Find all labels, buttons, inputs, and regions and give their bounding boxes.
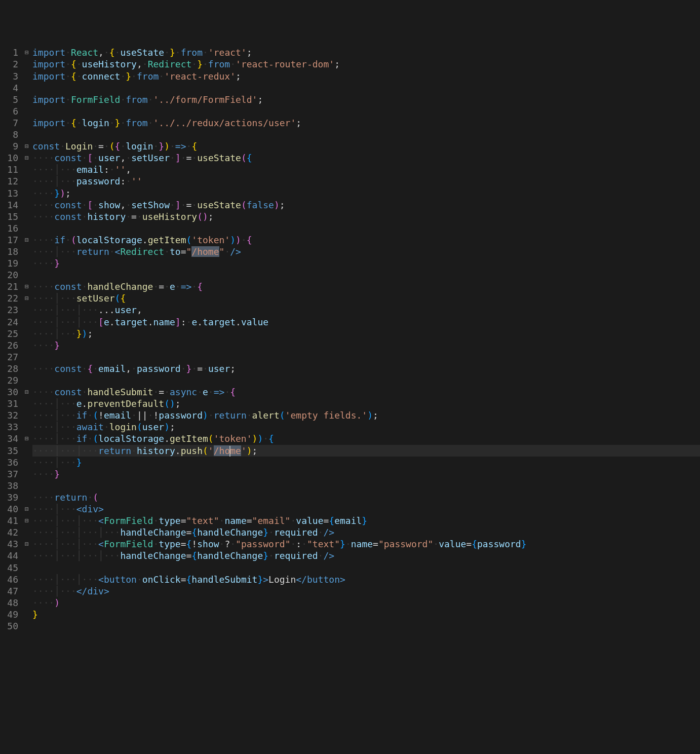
line-number[interactable]: 31 [0, 398, 21, 409]
code-line[interactable] [32, 562, 700, 574]
line-number[interactable]: 21 [0, 281, 21, 292]
line-number[interactable]: 6 [0, 105, 21, 117]
line-number[interactable]: 35 [0, 445, 21, 457]
fold-gutter[interactable]: ⊟⊟⊟⊟⊟⊟⊟⊟⊟⊟⊟ [21, 47, 32, 754]
code-line[interactable]: ····return·( [32, 492, 700, 503]
code-line[interactable] [32, 480, 700, 492]
code-line[interactable]: ····│···│···return·history.push('/home')… [32, 445, 700, 457]
code-line[interactable]: ····│···password:·'' [32, 175, 700, 187]
line-number[interactable]: 18 [0, 246, 21, 257]
code-line[interactable]: ····│···│···│···handleChange={handleChan… [32, 550, 700, 561]
line-number[interactable]: 19 [0, 257, 21, 269]
code-line[interactable]: ····}); [32, 187, 700, 199]
code-line[interactable]: ····const·history·=·useHistory(); [32, 211, 700, 222]
line-number[interactable]: 24 [0, 316, 21, 328]
line-number[interactable]: 8 [0, 129, 21, 140]
line-number[interactable]: 2 [0, 58, 21, 70]
code-line[interactable] [32, 269, 700, 281]
fold-toggle-icon[interactable]: ⊟ [21, 515, 32, 526]
code-line[interactable]: ····const·handleChange·=·e·=>·{ [32, 281, 700, 292]
line-number[interactable]: 36 [0, 457, 21, 468]
code-line[interactable]: } [32, 609, 700, 620]
line-number[interactable]: 38 [0, 480, 21, 492]
line-number[interactable]: 30 [0, 386, 21, 398]
code-line[interactable] [32, 129, 700, 140]
code-line[interactable]: ····│···if·(!email·||·!password)·return·… [32, 409, 700, 421]
line-number[interactable]: 45 [0, 562, 21, 574]
fold-toggle-icon[interactable]: ⊟ [21, 433, 32, 444]
code-line[interactable]: ····} [32, 257, 700, 269]
line-number[interactable]: 10 [0, 152, 21, 164]
line-number[interactable]: 13 [0, 187, 21, 199]
code-line[interactable]: ····│···setUser({ [32, 292, 700, 304]
code-line[interactable]: import·{·login·}·from·'../../redux/actio… [32, 117, 700, 129]
code-area[interactable]: import·React,·{·useState·}·from·'react';… [32, 47, 700, 754]
line-number[interactable]: 50 [0, 620, 21, 632]
code-line[interactable]: import·FormField·from·'../form/FormField… [32, 94, 700, 105]
code-line[interactable] [32, 82, 700, 94]
fold-toggle-icon[interactable]: ⊟ [21, 503, 32, 515]
line-number[interactable]: 4 [0, 82, 21, 94]
code-line[interactable] [32, 222, 700, 234]
code-line[interactable]: ····│···│···<button·onClick={handleSubmi… [32, 574, 700, 585]
line-number[interactable]: 32 [0, 409, 21, 421]
line-number[interactable]: 29 [0, 374, 21, 386]
code-line[interactable]: ····const·[·show,·setShow·]·=·useState(f… [32, 199, 700, 211]
code-line[interactable] [32, 351, 700, 363]
line-number[interactable]: 34 [0, 433, 21, 444]
code-line[interactable]: ····│···│···<FormField·type="text"·name=… [32, 515, 700, 526]
line-number[interactable]: 46 [0, 574, 21, 585]
fold-toggle-icon[interactable]: ⊟ [21, 140, 32, 152]
line-number[interactable]: 7 [0, 117, 21, 129]
line-number[interactable]: 9 [0, 140, 21, 152]
code-line[interactable]: ····) [32, 597, 700, 609]
line-number[interactable]: 25 [0, 328, 21, 340]
code-line[interactable]: ····│···if·(localStorage.getItem('token'… [32, 433, 700, 444]
line-number[interactable]: 12 [0, 175, 21, 187]
fold-toggle-icon[interactable]: ⊟ [21, 538, 32, 550]
code-line[interactable]: ····│···│···...user, [32, 304, 700, 316]
code-line[interactable]: ····│···</div> [32, 585, 700, 597]
line-number[interactable]: 3 [0, 70, 21, 82]
line-number-gutter[interactable]: 1234567891011121314151617181920212223242… [0, 47, 21, 754]
code-line[interactable]: ····} [32, 468, 700, 480]
line-number[interactable]: 14 [0, 199, 21, 211]
line-number[interactable]: 43 [0, 538, 21, 550]
code-editor[interactable]: 1234567891011121314151617181920212223242… [0, 47, 700, 754]
code-line[interactable]: ····const·{·email,·password·}·=·user; [32, 363, 700, 374]
line-number[interactable]: 15 [0, 211, 21, 222]
line-number[interactable]: 42 [0, 526, 21, 538]
code-line[interactable]: ····const·[·user,·setUser·]·=·useState({ [32, 152, 700, 164]
line-number[interactable]: 11 [0, 164, 21, 175]
fold-toggle-icon[interactable]: ⊟ [21, 152, 32, 164]
line-number[interactable]: 5 [0, 94, 21, 105]
line-number[interactable]: 17 [0, 234, 21, 246]
line-number[interactable]: 47 [0, 585, 21, 597]
line-number[interactable]: 1 [0, 47, 21, 58]
code-line[interactable]: ····│···} [32, 457, 700, 468]
line-number[interactable]: 20 [0, 269, 21, 281]
line-number[interactable]: 49 [0, 609, 21, 620]
code-line[interactable]: ····│···return·<Redirect·to="/home"·/> [32, 246, 700, 257]
fold-toggle-icon[interactable]: ⊟ [21, 386, 32, 398]
line-number[interactable]: 41 [0, 515, 21, 526]
line-number[interactable]: 28 [0, 363, 21, 374]
code-line[interactable]: ····│···email:·'', [32, 164, 700, 175]
code-line[interactable]: ····│···│···│···handleChange={handleChan… [32, 526, 700, 538]
line-number[interactable]: 39 [0, 492, 21, 503]
code-line[interactable]: ····const·handleSubmit·=·async·e·=>·{ [32, 386, 700, 398]
code-line[interactable]: ····│···│···<FormField·type={!show·?·"pa… [32, 538, 700, 550]
line-number[interactable]: 27 [0, 351, 21, 363]
line-number[interactable]: 37 [0, 468, 21, 480]
code-line[interactable]: ····│···await·login(user); [32, 421, 700, 433]
code-line[interactable]: import·{·connect·}·from·'react-redux'; [32, 70, 700, 82]
line-number[interactable]: 40 [0, 503, 21, 515]
line-number[interactable]: 22 [0, 292, 21, 304]
code-line[interactable]: ····│···e.preventDefault(); [32, 398, 700, 409]
line-number[interactable]: 26 [0, 340, 21, 351]
line-number[interactable]: 48 [0, 597, 21, 609]
code-line[interactable]: import·{·useHistory,·Redirect·}·from·'re… [32, 58, 700, 70]
code-line[interactable]: ····} [32, 340, 700, 351]
fold-toggle-icon[interactable]: ⊟ [21, 281, 32, 292]
code-line[interactable]: ····│···}); [32, 328, 700, 340]
